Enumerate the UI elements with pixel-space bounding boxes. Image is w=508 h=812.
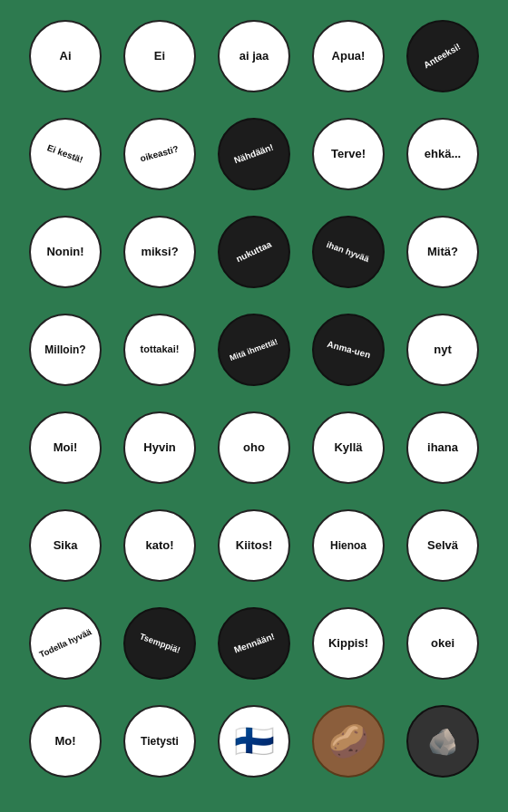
bubble-hyvin[interactable]: Hyvin xyxy=(123,411,196,484)
emoji-grid: Ai Ei ai jaa Apua! Anteeksi! Ei kestä! o… xyxy=(18,7,490,790)
bubble-kiitos[interactable]: Kiitos! xyxy=(218,509,290,582)
cell-oikeasti: oikeasti? xyxy=(112,105,207,203)
bubble-ihana[interactable]: ihana xyxy=(406,411,479,484)
bubble-oho[interactable]: oho xyxy=(218,411,290,484)
cell-mennaan: Mennään! xyxy=(207,594,301,692)
cell-eikesta: Ei kestä! xyxy=(18,105,112,203)
cell-nukuttaa: nukuttaa xyxy=(207,203,301,301)
bubble-miksi[interactable]: miksi? xyxy=(123,216,196,288)
cell-hienoa: Hienoa xyxy=(301,497,396,594)
cell-anteeksi: Anteeksi! xyxy=(396,7,490,105)
cell-apua: Apua! xyxy=(301,7,396,105)
bubble-apua[interactable]: Apua! xyxy=(312,20,385,92)
bubble-okei[interactable]: okei xyxy=(406,607,479,680)
cell-todellahyvaa: Todella hyvää xyxy=(18,594,112,692)
bubble-ei[interactable]: Ei xyxy=(123,20,196,92)
cell-milloin: Milloin? xyxy=(18,301,112,399)
bubble-kato[interactable]: kato! xyxy=(123,509,196,582)
bubble-hienoa[interactable]: Hienoa xyxy=(312,509,385,582)
bubble-tietysti[interactable]: Tietysti xyxy=(123,705,196,778)
cell-kato: kato! xyxy=(112,497,207,594)
bubble-nonin[interactable]: Nonin! xyxy=(29,216,102,288)
cell-ei: Ei xyxy=(112,7,207,105)
cell-aijaa: ai jaa xyxy=(207,7,301,105)
finland-flag-icon: 🇫🇮 xyxy=(234,722,275,760)
bubble-selva[interactable]: Selvä xyxy=(406,509,479,582)
cell-ihana: ihana xyxy=(396,399,490,497)
bubble-oikeasti[interactable]: oikeasti? xyxy=(123,118,196,190)
cell-anmauen: Anma-uen xyxy=(301,301,396,399)
bubble-tottakai[interactable]: tottakai! xyxy=(123,314,196,386)
cell-oho: oho xyxy=(207,399,301,497)
cell-miksi: miksi? xyxy=(112,203,207,301)
bubble-potato[interactable]: 🥔 xyxy=(312,705,385,778)
bubble-ihanhyvaa[interactable]: ihan hyvää xyxy=(312,216,385,288)
cell-selva: Selvä xyxy=(396,497,490,594)
bubble-anteeksi[interactable]: Anteeksi! xyxy=(406,20,479,92)
bubble-kylla[interactable]: Kyllä xyxy=(312,411,385,484)
cell-tietysti: Tietysti xyxy=(112,692,207,790)
bubble-terve[interactable]: Terve! xyxy=(312,118,385,190)
cell-nonin: Nonin! xyxy=(18,203,112,301)
cell-mitaihmetta: Mitä ihmettä! xyxy=(207,301,301,399)
bubble-mita[interactable]: Mitä? xyxy=(406,216,479,288)
cell-kiitos: Kiitos! xyxy=(207,497,301,594)
bubble-nukuttaa[interactable]: nukuttaa xyxy=(218,216,290,288)
bubble-sika[interactable]: Sika xyxy=(29,509,102,582)
cell-ihanhyvaa: ihan hyvää xyxy=(301,203,396,301)
bubble-anmauen[interactable]: Anma-uen xyxy=(312,314,385,386)
bubble-todellahyvaa[interactable]: Todella hyvää xyxy=(29,607,102,680)
cell-kippis: Kippis! xyxy=(301,594,396,692)
cell-moi: Moi! xyxy=(18,399,112,497)
cell-rocks: 🪨 xyxy=(396,692,490,790)
bubble-moi[interactable]: Moi! xyxy=(29,411,102,484)
bubble-ehka[interactable]: ehkä... xyxy=(406,118,479,190)
cell-hyvin: Hyvin xyxy=(112,399,207,497)
bubble-nahdaan[interactable]: Nähdään! xyxy=(218,118,290,190)
bubble-finland-flag[interactable]: 🇫🇮 xyxy=(218,705,290,778)
bubble-ai[interactable]: Ai xyxy=(29,20,102,92)
cell-nahdaan: Nähdään! xyxy=(207,105,301,203)
bubble-mennaan[interactable]: Mennään! xyxy=(218,607,290,680)
bubble-rocks[interactable]: 🪨 xyxy=(406,705,479,778)
cell-ai: Ai xyxy=(18,7,112,105)
bubble-milloin[interactable]: Milloin? xyxy=(29,314,102,386)
bubble-tsemppiä[interactable]: Tsemppiä! xyxy=(123,607,196,680)
bubble-nyt[interactable]: nyt xyxy=(406,314,479,386)
cell-kylla: Kyllä xyxy=(301,399,396,497)
potato-icon: 🥔 xyxy=(328,722,369,760)
cell-mita: Mitä? xyxy=(396,203,490,301)
cell-potato: 🥔 xyxy=(301,692,396,790)
cell-sika: Sika xyxy=(18,497,112,594)
cell-mo: Mo! xyxy=(18,692,112,790)
cell-tsemppiä: Tsemppiä! xyxy=(112,594,207,692)
cell-flag: 🇫🇮 xyxy=(207,692,301,790)
bubble-kippis[interactable]: Kippis! xyxy=(312,607,385,680)
cell-ehka: ehkä... xyxy=(396,105,490,203)
cell-tottakai: tottakai! xyxy=(112,301,207,399)
bubble-mitaihmetta[interactable]: Mitä ihmettä! xyxy=(218,314,290,386)
cell-okei: okei xyxy=(396,594,490,692)
cell-terve: Terve! xyxy=(301,105,396,203)
cell-nyt: nyt xyxy=(396,301,490,399)
bubble-eikesta[interactable]: Ei kestä! xyxy=(29,118,102,190)
bubble-aijaa[interactable]: ai jaa xyxy=(218,20,290,92)
bubble-mo[interactable]: Mo! xyxy=(29,705,102,778)
rocks-icon: 🪨 xyxy=(427,727,459,757)
